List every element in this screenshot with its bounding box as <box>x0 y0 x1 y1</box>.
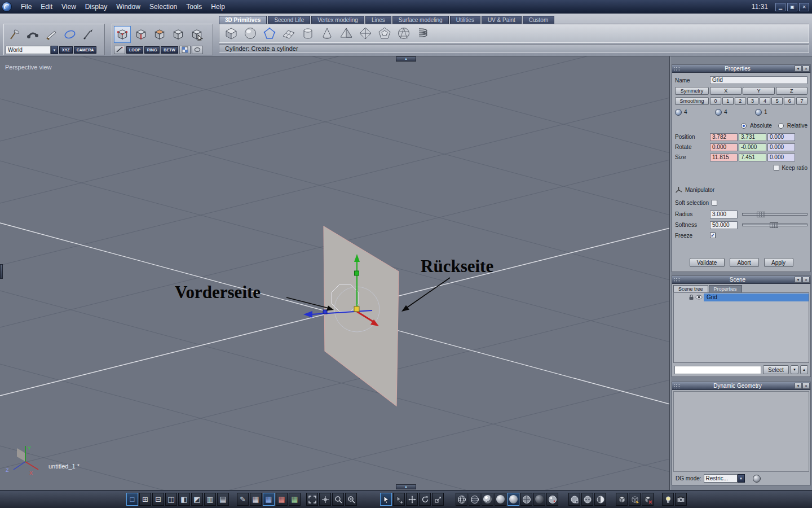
fit-view-button[interactable] <box>306 493 318 506</box>
tab-surface-modeling[interactable]: Surface modeling <box>392 16 449 24</box>
xyz-button[interactable]: XYZ <box>59 46 73 54</box>
center-view-button[interactable] <box>319 493 331 506</box>
ellipse-tool-icon[interactable] <box>61 26 78 43</box>
knife-tool-icon[interactable] <box>43 26 60 43</box>
select-tool-button[interactable] <box>380 493 392 506</box>
close-button[interactable]: ✕ <box>799 3 809 11</box>
zoom-button[interactable] <box>332 493 344 506</box>
scene-tree[interactable]: Grid <box>673 292 809 363</box>
grid-blue-button[interactable]: ▦ <box>263 493 275 506</box>
select-edges-mode-button[interactable] <box>133 26 149 43</box>
scene-search-input[interactable] <box>674 366 761 374</box>
ghost-object-button[interactable] <box>629 493 641 506</box>
minimize-button[interactable]: ▁ <box>775 3 785 11</box>
grid-green-button[interactable]: ▦ <box>289 493 301 506</box>
properties-close-icon[interactable]: ✕ <box>802 65 810 72</box>
primitive-octahedron-icon[interactable] <box>357 25 374 42</box>
validate-button[interactable]: Validate <box>690 258 725 267</box>
position-y-field[interactable]: 3.731 <box>739 133 766 141</box>
scene-panel-header[interactable]: Scene ▼ ✕ <box>672 276 810 284</box>
scene-tree-row-grid[interactable]: Grid <box>674 293 809 301</box>
smoothing-5-button[interactable]: 5 <box>771 97 783 105</box>
edge-pencil-icon[interactable] <box>114 46 125 54</box>
ring-button[interactable]: RING <box>144 46 160 54</box>
menu-selection[interactable]: Selection <box>145 3 182 11</box>
viewport-left-splitter-handle[interactable] <box>0 264 3 279</box>
primitive-facet-icon[interactable] <box>261 25 278 42</box>
layout-left-pane-button[interactable]: ◧ <box>178 493 190 506</box>
subd-off-button[interactable] <box>568 493 580 506</box>
world-dropdown[interactable]: World ▼ <box>6 46 58 54</box>
smoothing-4-button[interactable]: 4 <box>760 97 771 105</box>
scene-select-button[interactable]: Select <box>763 365 789 374</box>
subd-low-button[interactable] <box>581 493 593 506</box>
menu-help[interactable]: Help <box>206 3 230 11</box>
grid-red-button[interactable]: ▦ <box>276 493 288 506</box>
primitive-helix-icon[interactable] <box>414 25 431 42</box>
radius-slider-handle[interactable] <box>757 212 765 217</box>
circle-select-icon[interactable] <box>192 46 203 54</box>
dg-tree-area[interactable] <box>673 391 809 472</box>
camera-button[interactable]: CAMERA <box>74 46 97 54</box>
radius-field[interactable]: 3.000 <box>710 211 738 218</box>
scene-next-icon[interactable]: ▲ <box>800 365 808 374</box>
primitive-cylinder-icon[interactable] <box>299 25 316 42</box>
keep-ratio-checkbox[interactable] <box>774 165 779 170</box>
zoom-region-button[interactable] <box>345 493 357 506</box>
layout-split-vertical-button[interactable]: ◫ <box>165 493 177 506</box>
rotate-tool-button[interactable] <box>419 493 431 506</box>
select-object-mode-button[interactable] <box>170 26 187 43</box>
layout-split-horizontal-button[interactable]: ⊟ <box>152 493 164 506</box>
axe-tool-icon[interactable] <box>6 26 23 43</box>
show-object-button[interactable] <box>616 493 628 506</box>
symmetry-button[interactable]: Symmetry <box>675 87 709 95</box>
scene-prev-icon[interactable]: ▼ <box>791 365 798 374</box>
menu-edit[interactable]: Edit <box>36 3 57 11</box>
viewport-canvas[interactable]: Vorderseite Rückseite Y X Z untitled_1 * <box>0 56 670 490</box>
primitive-dodecahedron-icon[interactable] <box>376 25 393 42</box>
primitive-grid-icon[interactable] <box>280 25 297 42</box>
tab-utilities[interactable]: Utilities <box>450 16 480 24</box>
layout-columns-button[interactable]: ▥ <box>204 493 216 506</box>
size-x-field[interactable]: 11.815 <box>710 154 738 161</box>
softness-slider-handle[interactable] <box>770 222 778 228</box>
softness-field[interactable]: 50.000 <box>710 221 738 229</box>
lock-icon[interactable] <box>689 294 694 300</box>
primitive-cube-icon[interactable] <box>223 25 240 42</box>
primitive-geosphere-icon[interactable] <box>395 25 412 42</box>
smoothing-6-button[interactable]: 6 <box>784 97 795 105</box>
collapse-bottom-handle[interactable]: ▲ <box>396 484 416 489</box>
tab-scene-tree[interactable]: Scene tree <box>673 285 708 292</box>
shading-material-button[interactable] <box>546 493 558 506</box>
loop-button[interactable]: LOOP <box>126 46 143 54</box>
smoothing-2-button[interactable]: 2 <box>735 97 746 105</box>
grid-plain-button[interactable]: ▦ <box>250 493 262 506</box>
isolate-object-button[interactable] <box>642 493 654 506</box>
tab-uv-paint[interactable]: UV & Paint <box>482 16 522 24</box>
rotate-z-field[interactable]: 0.000 <box>767 143 795 151</box>
light-button[interactable] <box>662 493 674 506</box>
position-x-field[interactable]: 3.782 <box>710 133 738 141</box>
tab-vertex-modeling[interactable]: Vertex modeling <box>311 16 364 24</box>
shading-textured-button[interactable] <box>520 493 532 506</box>
scene-menu-icon[interactable]: ▼ <box>795 277 802 283</box>
visibility-eye-icon[interactable] <box>695 294 703 300</box>
shading-gray-button[interactable] <box>495 493 506 506</box>
pen-tool-icon[interactable] <box>80 26 97 43</box>
perspective-viewport[interactable]: Perspective view ▲ ▲ <box>0 56 670 490</box>
smoothing-button[interactable]: Smoothing <box>675 97 709 105</box>
menu-tools[interactable]: Tools <box>182 3 206 11</box>
primitive-cone-icon[interactable] <box>319 25 336 42</box>
pattern-select-icon[interactable] <box>179 46 191 54</box>
shading-flat-button[interactable] <box>482 493 493 506</box>
move-tool-button[interactable] <box>406 493 418 506</box>
collapse-top-handle[interactable]: ▲ <box>396 56 416 62</box>
shading-wireframe-button[interactable] <box>456 493 467 506</box>
rotate-x-field[interactable]: 0.000 <box>710 143 738 151</box>
relative-radio[interactable] <box>778 123 784 129</box>
shading-dark-button[interactable] <box>533 493 545 506</box>
tab-3d-primitives[interactable]: 3D Primitives <box>219 16 267 24</box>
edit-grid-pencil-button[interactable]: ✎ <box>237 493 249 506</box>
scene-close-icon[interactable]: ✕ <box>802 277 810 283</box>
tab-scene-properties[interactable]: Properties <box>709 285 742 292</box>
